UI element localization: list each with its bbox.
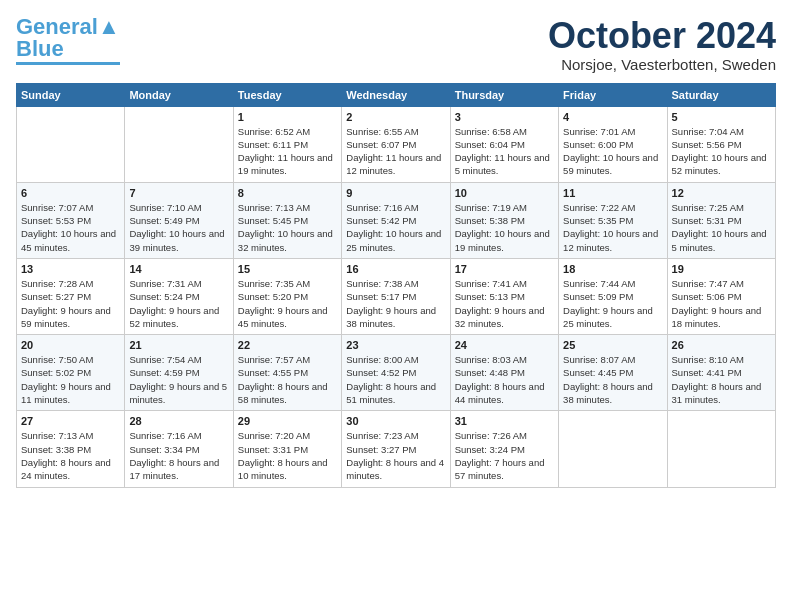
day-number: 3 bbox=[455, 111, 554, 123]
calendar-header-row: Sunday Monday Tuesday Wednesday Thursday… bbox=[17, 83, 776, 106]
calendar-cell: 21Sunrise: 7:54 AMSunset: 4:59 PMDayligh… bbox=[125, 335, 233, 411]
day-number: 27 bbox=[21, 415, 120, 427]
calendar-week-3: 13Sunrise: 7:28 AMSunset: 5:27 PMDayligh… bbox=[17, 258, 776, 334]
day-info: Sunrise: 7:41 AMSunset: 5:13 PMDaylight:… bbox=[455, 277, 554, 330]
calendar-cell bbox=[559, 411, 667, 487]
day-number: 11 bbox=[563, 187, 662, 199]
day-number: 14 bbox=[129, 263, 228, 275]
day-info: Sunrise: 7:54 AMSunset: 4:59 PMDaylight:… bbox=[129, 353, 228, 406]
day-number: 16 bbox=[346, 263, 445, 275]
calendar-cell bbox=[667, 411, 775, 487]
location-title: Norsjoe, Vaesterbotten, Sweden bbox=[548, 56, 776, 73]
calendar-cell: 29Sunrise: 7:20 AMSunset: 3:31 PMDayligh… bbox=[233, 411, 341, 487]
day-info: Sunrise: 7:13 AMSunset: 5:45 PMDaylight:… bbox=[238, 201, 337, 254]
day-number: 29 bbox=[238, 415, 337, 427]
calendar-cell: 13Sunrise: 7:28 AMSunset: 5:27 PMDayligh… bbox=[17, 258, 125, 334]
calendar-cell: 4Sunrise: 7:01 AMSunset: 6:00 PMDaylight… bbox=[559, 106, 667, 182]
calendar-week-1: 1Sunrise: 6:52 AMSunset: 6:11 PMDaylight… bbox=[17, 106, 776, 182]
day-number: 2 bbox=[346, 111, 445, 123]
col-tuesday: Tuesday bbox=[233, 83, 341, 106]
day-info: Sunrise: 7:25 AMSunset: 5:31 PMDaylight:… bbox=[672, 201, 771, 254]
day-number: 1 bbox=[238, 111, 337, 123]
calendar-cell: 5Sunrise: 7:04 AMSunset: 5:56 PMDaylight… bbox=[667, 106, 775, 182]
calendar-cell: 30Sunrise: 7:23 AMSunset: 3:27 PMDayligh… bbox=[342, 411, 450, 487]
day-info: Sunrise: 7:10 AMSunset: 5:49 PMDaylight:… bbox=[129, 201, 228, 254]
day-number: 30 bbox=[346, 415, 445, 427]
calendar-cell: 28Sunrise: 7:16 AMSunset: 3:34 PMDayligh… bbox=[125, 411, 233, 487]
day-number: 7 bbox=[129, 187, 228, 199]
calendar-cell: 2Sunrise: 6:55 AMSunset: 6:07 PMDaylight… bbox=[342, 106, 450, 182]
day-info: Sunrise: 7:13 AMSunset: 3:38 PMDaylight:… bbox=[21, 429, 120, 482]
calendar-cell: 11Sunrise: 7:22 AMSunset: 5:35 PMDayligh… bbox=[559, 182, 667, 258]
day-number: 31 bbox=[455, 415, 554, 427]
calendar-cell: 7Sunrise: 7:10 AMSunset: 5:49 PMDaylight… bbox=[125, 182, 233, 258]
calendar-table: Sunday Monday Tuesday Wednesday Thursday… bbox=[16, 83, 776, 488]
col-friday: Friday bbox=[559, 83, 667, 106]
day-number: 9 bbox=[346, 187, 445, 199]
day-info: Sunrise: 7:23 AMSunset: 3:27 PMDaylight:… bbox=[346, 429, 445, 482]
calendar-cell: 6Sunrise: 7:07 AMSunset: 5:53 PMDaylight… bbox=[17, 182, 125, 258]
calendar-cell: 20Sunrise: 7:50 AMSunset: 5:02 PMDayligh… bbox=[17, 335, 125, 411]
col-wednesday: Wednesday bbox=[342, 83, 450, 106]
day-number: 8 bbox=[238, 187, 337, 199]
calendar-cell: 23Sunrise: 8:00 AMSunset: 4:52 PMDayligh… bbox=[342, 335, 450, 411]
day-number: 24 bbox=[455, 339, 554, 351]
calendar-week-4: 20Sunrise: 7:50 AMSunset: 5:02 PMDayligh… bbox=[17, 335, 776, 411]
day-number: 6 bbox=[21, 187, 120, 199]
calendar-cell: 18Sunrise: 7:44 AMSunset: 5:09 PMDayligh… bbox=[559, 258, 667, 334]
day-info: Sunrise: 8:07 AMSunset: 4:45 PMDaylight:… bbox=[563, 353, 662, 406]
day-number: 4 bbox=[563, 111, 662, 123]
day-info: Sunrise: 7:22 AMSunset: 5:35 PMDaylight:… bbox=[563, 201, 662, 254]
calendar-cell: 8Sunrise: 7:13 AMSunset: 5:45 PMDaylight… bbox=[233, 182, 341, 258]
calendar-cell: 27Sunrise: 7:13 AMSunset: 3:38 PMDayligh… bbox=[17, 411, 125, 487]
day-info: Sunrise: 7:07 AMSunset: 5:53 PMDaylight:… bbox=[21, 201, 120, 254]
day-number: 10 bbox=[455, 187, 554, 199]
logo: General▲ Blue bbox=[16, 16, 120, 65]
day-number: 19 bbox=[672, 263, 771, 275]
day-number: 23 bbox=[346, 339, 445, 351]
calendar-cell: 16Sunrise: 7:38 AMSunset: 5:17 PMDayligh… bbox=[342, 258, 450, 334]
day-number: 5 bbox=[672, 111, 771, 123]
day-number: 22 bbox=[238, 339, 337, 351]
calendar-cell: 14Sunrise: 7:31 AMSunset: 5:24 PMDayligh… bbox=[125, 258, 233, 334]
day-info: Sunrise: 7:01 AMSunset: 6:00 PMDaylight:… bbox=[563, 125, 662, 178]
calendar-cell: 3Sunrise: 6:58 AMSunset: 6:04 PMDaylight… bbox=[450, 106, 558, 182]
day-info: Sunrise: 7:50 AMSunset: 5:02 PMDaylight:… bbox=[21, 353, 120, 406]
day-number: 21 bbox=[129, 339, 228, 351]
day-info: Sunrise: 7:38 AMSunset: 5:17 PMDaylight:… bbox=[346, 277, 445, 330]
day-number: 26 bbox=[672, 339, 771, 351]
day-info: Sunrise: 8:10 AMSunset: 4:41 PMDaylight:… bbox=[672, 353, 771, 406]
day-number: 28 bbox=[129, 415, 228, 427]
day-info: Sunrise: 7:20 AMSunset: 3:31 PMDaylight:… bbox=[238, 429, 337, 482]
title-area: October 2024 Norsjoe, Vaesterbotten, Swe… bbox=[548, 16, 776, 73]
calendar-cell: 17Sunrise: 7:41 AMSunset: 5:13 PMDayligh… bbox=[450, 258, 558, 334]
calendar-cell bbox=[125, 106, 233, 182]
calendar-cell: 9Sunrise: 7:16 AMSunset: 5:42 PMDaylight… bbox=[342, 182, 450, 258]
day-info: Sunrise: 7:04 AMSunset: 5:56 PMDaylight:… bbox=[672, 125, 771, 178]
day-number: 18 bbox=[563, 263, 662, 275]
calendar-cell: 22Sunrise: 7:57 AMSunset: 4:55 PMDayligh… bbox=[233, 335, 341, 411]
day-info: Sunrise: 7:31 AMSunset: 5:24 PMDaylight:… bbox=[129, 277, 228, 330]
day-info: Sunrise: 7:47 AMSunset: 5:06 PMDaylight:… bbox=[672, 277, 771, 330]
calendar-cell: 1Sunrise: 6:52 AMSunset: 6:11 PMDaylight… bbox=[233, 106, 341, 182]
day-info: Sunrise: 7:28 AMSunset: 5:27 PMDaylight:… bbox=[21, 277, 120, 330]
calendar-cell: 24Sunrise: 8:03 AMSunset: 4:48 PMDayligh… bbox=[450, 335, 558, 411]
day-number: 12 bbox=[672, 187, 771, 199]
calendar-week-2: 6Sunrise: 7:07 AMSunset: 5:53 PMDaylight… bbox=[17, 182, 776, 258]
day-number: 20 bbox=[21, 339, 120, 351]
calendar-cell: 12Sunrise: 7:25 AMSunset: 5:31 PMDayligh… bbox=[667, 182, 775, 258]
col-thursday: Thursday bbox=[450, 83, 558, 106]
day-number: 15 bbox=[238, 263, 337, 275]
day-info: Sunrise: 7:19 AMSunset: 5:38 PMDaylight:… bbox=[455, 201, 554, 254]
day-info: Sunrise: 7:57 AMSunset: 4:55 PMDaylight:… bbox=[238, 353, 337, 406]
day-info: Sunrise: 7:16 AMSunset: 3:34 PMDaylight:… bbox=[129, 429, 228, 482]
logo-blue-text: Blue bbox=[16, 38, 64, 60]
day-info: Sunrise: 6:52 AMSunset: 6:11 PMDaylight:… bbox=[238, 125, 337, 178]
calendar-week-5: 27Sunrise: 7:13 AMSunset: 3:38 PMDayligh… bbox=[17, 411, 776, 487]
month-title: October 2024 bbox=[548, 16, 776, 56]
day-info: Sunrise: 7:26 AMSunset: 3:24 PMDaylight:… bbox=[455, 429, 554, 482]
page-header: General▲ Blue October 2024 Norsjoe, Vaes… bbox=[16, 16, 776, 73]
calendar-cell: 15Sunrise: 7:35 AMSunset: 5:20 PMDayligh… bbox=[233, 258, 341, 334]
day-number: 13 bbox=[21, 263, 120, 275]
col-saturday: Saturday bbox=[667, 83, 775, 106]
